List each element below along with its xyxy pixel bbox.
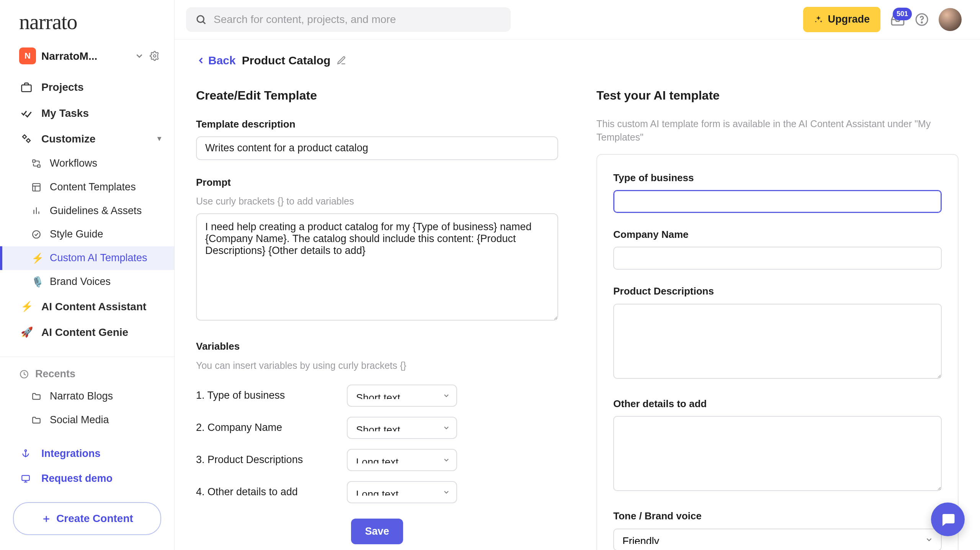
recents-label: Recents bbox=[35, 367, 75, 381]
save-button[interactable]: Save bbox=[351, 519, 403, 544]
chart-icon bbox=[31, 206, 44, 216]
recents-header: Recents bbox=[0, 364, 174, 385]
svg-rect-6 bbox=[33, 183, 40, 191]
prompt-label: Prompt bbox=[196, 175, 558, 189]
variable-row: 3. Product Descriptions Long text bbox=[196, 449, 558, 471]
sidebar-item-content-templates[interactable]: Content Templates bbox=[0, 175, 174, 199]
test-field-label: Type of business bbox=[613, 171, 942, 185]
sidebar-item-projects[interactable]: Projects bbox=[0, 74, 174, 100]
gears-icon bbox=[21, 133, 34, 144]
sidebar-item-label: AI Content Genie bbox=[41, 325, 128, 340]
section-title-edit: Create/Edit Template bbox=[196, 87, 558, 104]
recent-item-narrato-blogs[interactable]: Narrato Blogs bbox=[0, 385, 174, 408]
avatar[interactable] bbox=[939, 8, 962, 31]
variable-row: 1. Type of business Short text bbox=[196, 385, 558, 407]
workspace-name: NarratoM... bbox=[41, 49, 129, 64]
sidebar-item-integrations[interactable]: Integrations bbox=[0, 441, 174, 467]
edit-icon[interactable] bbox=[336, 56, 346, 65]
check-circle-icon bbox=[31, 229, 44, 239]
tone-select[interactable]: Friendly bbox=[613, 529, 942, 550]
sidebar-item-label: Custom AI Templates bbox=[50, 251, 147, 265]
sidebar-item-custom-ai[interactable]: ⚡ Custom AI Templates bbox=[0, 246, 174, 270]
prompt-hint: Use curly brackets {} to add variables bbox=[196, 195, 558, 208]
breadcrumb: Back Product Catalog bbox=[196, 52, 959, 69]
variable-type-select[interactable]: Short text bbox=[347, 417, 457, 439]
recent-item-social-media[interactable]: Social Media bbox=[0, 408, 174, 432]
product-descriptions-textarea[interactable] bbox=[613, 304, 942, 379]
sparkle-icon bbox=[814, 15, 823, 24]
sidebar-item-request-demo[interactable]: Request demo bbox=[0, 466, 174, 491]
sidebar-item-my-tasks[interactable]: My Tasks bbox=[0, 100, 174, 126]
svg-point-22 bbox=[921, 22, 922, 23]
svg-point-14 bbox=[25, 450, 26, 452]
tone-label: Tone / Brand voice bbox=[613, 509, 942, 523]
chat-widget-button[interactable] bbox=[931, 503, 965, 536]
gear-icon[interactable] bbox=[150, 51, 160, 61]
variable-name: 4. Other details to add bbox=[196, 485, 338, 499]
variable-name: 3. Product Descriptions bbox=[196, 453, 338, 467]
sidebar-item-customize[interactable]: Customize ▼ bbox=[0, 126, 174, 152]
variable-type-select[interactable]: Long text bbox=[347, 481, 457, 503]
chat-icon bbox=[940, 511, 956, 527]
folder-icon bbox=[31, 391, 44, 401]
variable-row: 2. Company Name Short text bbox=[196, 417, 558, 439]
sidebar-item-label: Guidelines & Assets bbox=[50, 204, 142, 218]
svg-rect-5 bbox=[38, 165, 40, 167]
sidebar-item-brand-voices[interactable]: 🎙️ Brand Voices bbox=[0, 270, 174, 294]
svg-point-19 bbox=[197, 16, 204, 23]
variable-type-select[interactable]: Long text bbox=[347, 449, 457, 471]
sidebar-item-ai-assistant[interactable]: ⚡ AI Content Assistant bbox=[0, 294, 174, 319]
search-input-wrap[interactable] bbox=[186, 7, 511, 32]
sidebar-item-label: My Tasks bbox=[41, 106, 89, 121]
sidebar-link-label: Integrations bbox=[41, 447, 101, 461]
layout-icon bbox=[31, 182, 44, 192]
rocket-icon: 🚀 bbox=[21, 325, 34, 339]
mic-icon: 🎙️ bbox=[31, 275, 44, 289]
button-label: Create Content bbox=[56, 512, 133, 525]
help-button[interactable] bbox=[915, 13, 929, 26]
svg-point-3 bbox=[27, 139, 30, 142]
sidebar-item-label: Customize bbox=[41, 131, 96, 146]
flow-icon bbox=[31, 159, 44, 169]
sidebar-item-style-guide[interactable]: Style Guide bbox=[0, 223, 174, 246]
search-input[interactable] bbox=[214, 13, 501, 26]
test-note: This custom AI template form is availabl… bbox=[596, 117, 959, 144]
variables-label: Variables bbox=[196, 339, 558, 353]
briefcase-icon bbox=[21, 82, 34, 93]
desc-label: Template description bbox=[196, 117, 558, 131]
type-of-business-input[interactable] bbox=[613, 190, 942, 213]
svg-line-20 bbox=[203, 22, 206, 24]
template-description-input[interactable] bbox=[196, 136, 558, 160]
variable-name: 1. Type of business bbox=[196, 388, 338, 403]
sidebar-item-label: Brand Voices bbox=[50, 275, 111, 289]
button-label: Upgrade bbox=[828, 12, 870, 27]
sidebar-item-ai-genie[interactable]: 🚀 AI Content Genie bbox=[0, 319, 174, 345]
prompt-textarea[interactable] bbox=[196, 213, 558, 321]
inbox-button[interactable]: 501 bbox=[890, 12, 905, 27]
workspace-switcher[interactable]: N NarratoM... bbox=[0, 44, 174, 70]
plus-icon: ＋ bbox=[41, 511, 52, 526]
variable-row: 4. Other details to add Long text bbox=[196, 481, 558, 503]
variables-hint: You can insert variables by using curly … bbox=[196, 359, 558, 372]
logo: narrato bbox=[19, 7, 159, 37]
variable-type-select[interactable]: Short text bbox=[347, 385, 457, 407]
search-icon bbox=[195, 14, 207, 25]
anchor-icon bbox=[21, 449, 34, 458]
variable-name: 2. Company Name bbox=[196, 421, 338, 435]
other-details-textarea[interactable] bbox=[613, 416, 942, 491]
lightning-icon: ⚡ bbox=[31, 251, 44, 265]
upgrade-button[interactable]: Upgrade bbox=[803, 7, 880, 32]
sidebar-item-workflows[interactable]: Workflows bbox=[0, 152, 174, 175]
chevron-left-icon bbox=[196, 56, 206, 65]
checks-icon bbox=[21, 107, 34, 119]
sidebar-item-guidelines[interactable]: Guidelines & Assets bbox=[0, 199, 174, 223]
triangle-down-icon: ▼ bbox=[156, 134, 163, 144]
test-field-label: Company Name bbox=[613, 228, 942, 241]
recent-item-label: Social Media bbox=[50, 413, 109, 427]
folder-icon bbox=[31, 415, 44, 425]
back-button[interactable]: Back bbox=[196, 52, 236, 69]
chevron-down-icon[interactable] bbox=[134, 51, 144, 61]
create-content-button[interactable]: ＋ Create Content bbox=[13, 502, 161, 535]
company-name-input[interactable] bbox=[613, 247, 942, 270]
recent-item-label: Narrato Blogs bbox=[50, 389, 113, 404]
